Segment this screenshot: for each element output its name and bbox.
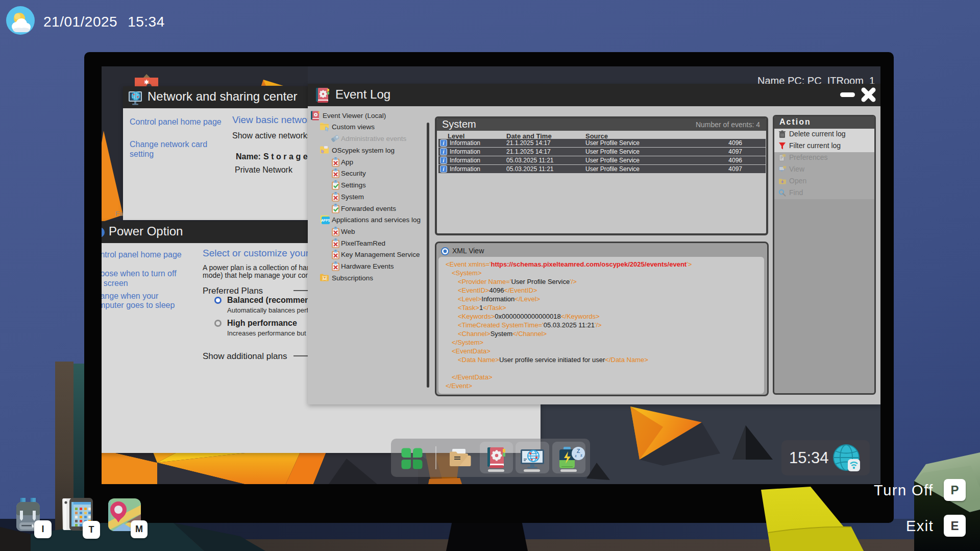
svg-text:i: i	[443, 158, 445, 163]
svg-text:i: i	[443, 149, 445, 155]
svg-text:i: i	[443, 166, 445, 172]
svg-text:APPS: APPS	[321, 219, 330, 222]
svg-text:i: i	[443, 140, 445, 146]
svg-text:Z: Z	[577, 448, 580, 454]
svg-text:z: z	[580, 453, 582, 458]
svg-text:z: z	[575, 454, 577, 458]
